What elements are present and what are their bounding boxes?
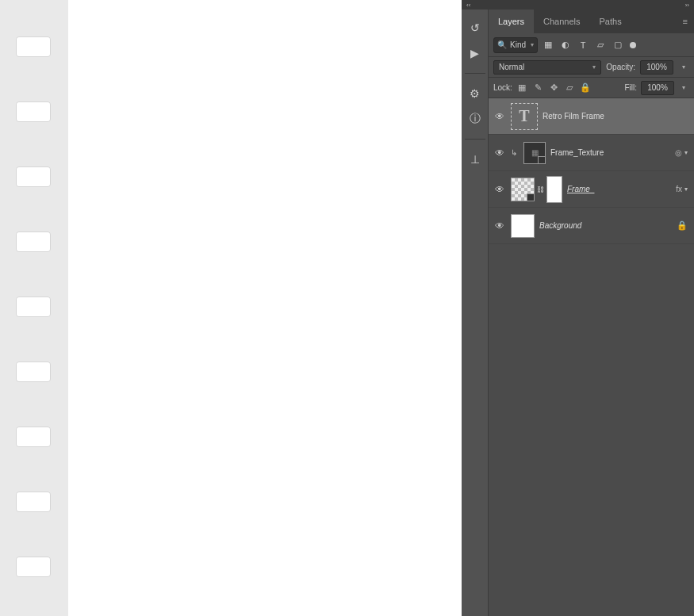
- lock-artboard-icon[interactable]: ▱: [564, 82, 576, 94]
- layer-name[interactable]: Frame_: [567, 185, 671, 193]
- chevron-down-icon[interactable]: ▾: [684, 186, 688, 193]
- layer-filter-kind-label: Kind: [510, 40, 526, 49]
- filter-smart-objects-icon[interactable]: ▢: [611, 38, 625, 52]
- film-sprocket: [16, 362, 51, 382]
- advanced-blending-icon[interactable]: ◎: [675, 148, 682, 157]
- history-panel-icon[interactable]: ↺: [468, 21, 482, 35]
- lock-all-icon[interactable]: 🔒: [580, 82, 592, 94]
- fill-scrubber-icon[interactable]: ▾: [678, 84, 689, 91]
- layer-row[interactable]: 👁 Background 🔒: [489, 208, 694, 244]
- layer-row[interactable]: 👁 T Retro Film Frame: [489, 98, 694, 135]
- tab-layers[interactable]: Layers: [489, 10, 534, 33]
- film-sprocket: [16, 427, 51, 447]
- visibility-toggle-icon[interactable]: 👁: [493, 110, 506, 123]
- filter-shape-layers-icon[interactable]: ▱: [593, 38, 608, 52]
- fill-label: Fill:: [624, 83, 637, 92]
- chevron-down-icon[interactable]: ▾: [684, 149, 688, 156]
- opacity-label: Opacity:: [606, 63, 635, 71]
- filter-pixel-layers-icon[interactable]: ▦: [541, 38, 555, 52]
- film-sprocket: [16, 166, 51, 187]
- visibility-toggle-icon[interactable]: 👁: [493, 183, 506, 196]
- film-strip-graphic: RETRO FILM FRAME: [0, 0, 68, 616]
- opacity-input[interactable]: 100%: [640, 60, 673, 75]
- tab-channels[interactable]: Channels: [534, 10, 589, 33]
- blend-mode-value: Normal: [499, 63, 524, 71]
- filter-type-layers-icon[interactable]: T: [576, 38, 590, 52]
- fill-input[interactable]: 100%: [641, 81, 674, 95]
- layer-mask-thumbnail[interactable]: [546, 176, 562, 203]
- toolstrip-separator: [465, 73, 485, 74]
- mask-link-icon[interactable]: ⛓: [537, 186, 544, 193]
- panel-menu-icon[interactable]: ≡: [677, 10, 694, 33]
- layer-thumbnail-type[interactable]: T: [511, 103, 538, 130]
- chevron-down-icon: ▾: [531, 41, 534, 48]
- layer-row[interactable]: 👁 ⛓ Frame_ fx ▾: [489, 171, 694, 208]
- lock-position-icon[interactable]: ✥: [548, 82, 560, 94]
- collapse-right-icon: ››: [685, 2, 689, 9]
- actions-panel-icon[interactable]: ▶: [468, 46, 482, 60]
- layer-thumbnail-smartobject[interactable]: ▦: [523, 142, 546, 164]
- filter-adjustment-layers-icon[interactable]: ◐: [558, 38, 573, 52]
- panel-collapse-bar[interactable]: ‹‹ ››: [462, 0, 694, 10]
- search-icon: 🔍: [497, 40, 507, 49]
- layer-name[interactable]: Background: [539, 221, 672, 230]
- layers-list[interactable]: 👁 T Retro Film Frame 👁 ↳ ▦ Frame_Texture…: [489, 98, 694, 616]
- properties-panel-icon[interactable]: ⚙: [468, 86, 482, 101]
- clipping-mask-icon: ↳: [511, 148, 517, 157]
- layer-effects-badge[interactable]: fx: [676, 185, 682, 193]
- film-strip-label: RETRO FILM FRAME: [0, 455, 1, 595]
- chevron-down-icon: ▾: [592, 63, 596, 71]
- visibility-toggle-icon[interactable]: 👁: [493, 147, 506, 159]
- lock-transparent-pixels-icon[interactable]: ▦: [516, 82, 528, 94]
- blend-mode-dropdown[interactable]: Normal ▾: [493, 60, 601, 75]
- document-canvas[interactable]: RETRO FILM FRAME: [0, 0, 462, 616]
- film-sprocket: [16, 557, 51, 577]
- film-sprocket: [16, 231, 51, 252]
- collapse-left-icon: ‹‹: [466, 2, 470, 9]
- lock-icon: 🔒: [677, 220, 688, 231]
- lock-label: Lock:: [493, 83, 512, 92]
- layer-thumbnail[interactable]: [511, 178, 535, 201]
- layer-name[interactable]: Retro Film Frame: [543, 112, 688, 121]
- opacity-scrubber-icon[interactable]: ▾: [678, 63, 689, 71]
- layer-name[interactable]: Frame_Texture: [550, 148, 670, 157]
- lock-image-pixels-icon[interactable]: ✎: [532, 82, 544, 94]
- tab-paths[interactable]: Paths: [590, 10, 631, 33]
- film-sprocket: [16, 101, 51, 122]
- layer-row[interactable]: 👁 ↳ ▦ Frame_Texture ◎ ▾: [489, 135, 694, 171]
- film-sprocket: [16, 492, 51, 512]
- film-sprocket: [16, 36, 51, 57]
- layer-thumbnail[interactable]: [511, 214, 535, 238]
- visibility-toggle-icon[interactable]: 👁: [493, 220, 506, 232]
- filter-toggle-switch[interactable]: [630, 42, 636, 48]
- toolstrip-separator: [465, 139, 485, 140]
- info-panel-icon[interactable]: ⓘ: [468, 112, 482, 126]
- clone-source-panel-icon[interactable]: ⊥: [468, 152, 482, 166]
- film-sprocket: [16, 297, 51, 317]
- layer-filter-kind-dropdown[interactable]: 🔍 Kind ▾: [493, 37, 538, 53]
